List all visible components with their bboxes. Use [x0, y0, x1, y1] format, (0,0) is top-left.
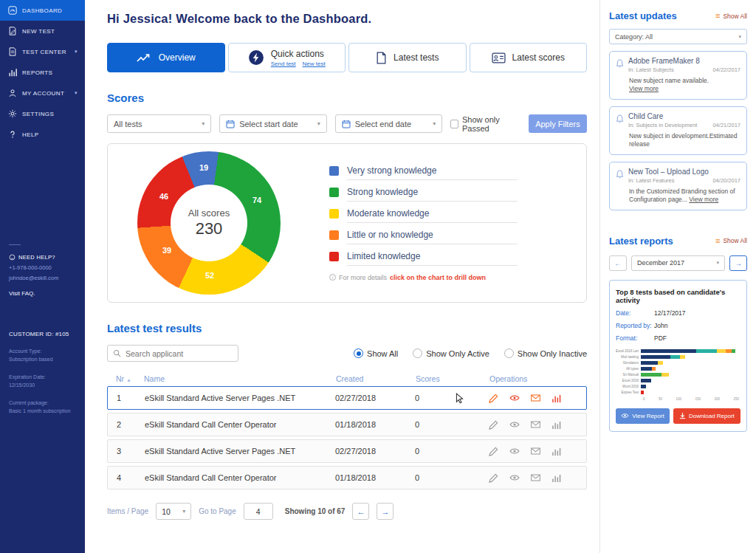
chevron-down-icon: ▾	[433, 120, 436, 127]
mail-icon[interactable]	[531, 421, 540, 428]
table-row[interactable]: 4 eSkill Standard Call Center Operator 0…	[107, 466, 587, 490]
tests-filter-dropdown[interactable]: All tests ▾	[107, 114, 211, 133]
update-card[interactable]: Adobe FrameMaker 8 In: Latest Subjects 0…	[609, 51, 747, 100]
sidebar-item-my-account[interactable]: MY ACCOUNT ▾	[0, 83, 85, 103]
table-row[interactable]: 3 eSkill Standard Active Server Pages .N…	[107, 439, 587, 463]
chart-icon[interactable]	[551, 447, 561, 456]
update-card[interactable]: Child Care In: Subjects in Development 0…	[609, 106, 747, 155]
calendar-icon	[342, 120, 351, 128]
sidebar-item-new-test[interactable]: NEW TEST	[0, 21, 85, 41]
user-icon	[7, 89, 17, 98]
cell-operations	[489, 447, 577, 456]
update-body: New subject in development.Estimated rel…	[629, 132, 737, 148]
prev-month-button[interactable]: ←	[609, 255, 627, 271]
view-report-button[interactable]: View Report	[616, 408, 670, 424]
cell-name: eSkill Standard Active Server Pages .NET	[145, 394, 335, 402]
download-report-button[interactable]: Download Report	[673, 408, 740, 424]
new-test-link[interactable]: New test	[303, 61, 326, 67]
updates-show-all-link[interactable]: ≡ Show All	[715, 12, 747, 20]
account-type: Account Type: Subscription based	[9, 348, 76, 363]
cell-created: 01/18/2018	[335, 473, 415, 482]
headset-icon	[9, 254, 16, 261]
radio-show-only-inactive[interactable]: Show Only Inactive	[504, 348, 587, 358]
end-date-picker[interactable]: Select end date ▾	[335, 114, 443, 133]
support-phone[interactable]: +1-978-000-0000	[9, 264, 76, 271]
send-test-link[interactable]: Send test	[271, 61, 296, 67]
table-row[interactable]: 2 eSkill Standard Call Center Operator 0…	[107, 413, 587, 436]
cell-nr: 2	[117, 420, 145, 429]
view-more-link[interactable]: View more	[629, 85, 659, 92]
cell-created: 02/27/2018	[335, 394, 415, 402]
go-to-page-input[interactable]	[244, 503, 273, 520]
mail-icon[interactable]	[531, 474, 540, 481]
table-row[interactable]: 1 eSkill Standard Active Server Pages .N…	[107, 386, 587, 410]
items-per-page-dropdown[interactable]: 10 ▾	[156, 503, 191, 520]
tab-latest-tests[interactable]: Latest tests	[348, 43, 467, 72]
show-only-passed-checkbox[interactable]	[450, 120, 458, 128]
update-card[interactable]: New Tool – Upload Logo In: Latest Featur…	[609, 162, 747, 210]
view-more-link[interactable]: View more	[689, 196, 718, 203]
update-meta: In: Latest Subjects	[628, 66, 674, 73]
sidebar-item-reports[interactable]: REPORTS	[0, 62, 85, 83]
view-icon[interactable]	[509, 394, 520, 402]
update-date: 04/21/2017	[712, 122, 740, 128]
cell-name: eSkill Standard Call Center Operator	[145, 420, 335, 429]
drill-down-link[interactable]: click on the chart to drill down	[390, 274, 486, 281]
edit-icon[interactable]	[489, 447, 498, 456]
cell-scores: 0	[415, 473, 489, 482]
chart-icon[interactable]	[551, 474, 561, 482]
tab-quick-actions[interactable]: Quick actions Send test New test	[228, 43, 346, 72]
tab-overview[interactable]: Overview	[107, 43, 225, 72]
next-page-button[interactable]: →	[377, 503, 394, 520]
sidebar-item-test-center[interactable]: TEST CENTER ▾	[0, 41, 85, 62]
support-email[interactable]: johndoe@eskill.com	[9, 275, 76, 281]
segment-value: 46	[159, 192, 168, 201]
go-to-page-label: Go to Page	[199, 507, 236, 515]
reports-show-all-link[interactable]: ≡ Show All	[715, 237, 747, 245]
view-icon[interactable]	[509, 421, 520, 428]
mail-icon[interactable]	[531, 394, 540, 402]
column-nr[interactable]: Nr ▲	[116, 374, 144, 383]
chart-note: i For more details click on the chart to…	[329, 274, 518, 281]
sidebar-item-settings[interactable]: SETTINGS	[0, 103, 85, 124]
legend-swatch	[329, 252, 339, 261]
next-month-button[interactable]: →	[729, 255, 747, 271]
mail-icon[interactable]	[531, 447, 540, 455]
chevron-down-icon: ▾	[716, 260, 719, 266]
cell-name: eSkill Standard Active Server Pages .NET	[145, 447, 335, 456]
category-filter-dropdown[interactable]: Category: All ▾	[609, 29, 747, 44]
question-icon	[7, 130, 17, 140]
view-icon[interactable]	[509, 447, 520, 455]
chart-legend: Very strong knowledge Strong knowledge M…	[329, 165, 518, 281]
cell-operations	[489, 420, 577, 430]
tab-latest-scores[interactable]: Latest scores	[470, 43, 588, 72]
sidebar-item-label: SETTINGS	[22, 111, 54, 117]
chevron-down-icon: ▾	[202, 120, 205, 127]
faq-link[interactable]: Visit FAQ.	[9, 290, 76, 297]
report-format-label: Format:	[616, 334, 654, 342]
cell-created: 01/18/2018	[335, 420, 415, 429]
edit-icon[interactable]	[489, 420, 498, 430]
view-icon[interactable]	[509, 474, 520, 481]
radio-show-only-active[interactable]: Show Only Active	[413, 348, 489, 358]
sidebar-item-help[interactable]: HELP	[0, 124, 85, 145]
apply-filters-button[interactable]: Apply Filters	[529, 114, 587, 133]
edit-icon[interactable]	[489, 473, 498, 483]
search-input[interactable]	[126, 349, 233, 358]
prev-page-button[interactable]: ←	[352, 503, 369, 520]
tab-label: Latest scores	[512, 52, 565, 63]
chart-icon[interactable]	[551, 421, 561, 429]
sidebar-item-dashboard[interactable]: DASHBOARD	[0, 0, 85, 21]
page-title: Hi Jessica! Welcome back to the Dashboar…	[107, 12, 587, 26]
chevron-down-icon: ▾	[75, 49, 78, 55]
cell-created: 02/27/2018	[335, 447, 415, 456]
start-date-picker[interactable]: Select start date ▾	[219, 114, 327, 133]
need-help-label: NEED HELP?	[9, 254, 76, 261]
month-dropdown[interactable]: December 2017 ▾	[631, 255, 725, 271]
legend-swatch	[329, 188, 339, 197]
radio-show-all[interactable]: Show All	[354, 348, 398, 358]
dashboard-icon	[7, 6, 17, 16]
edit-icon[interactable]	[489, 394, 498, 403]
chevron-down-icon: ▾	[75, 90, 78, 96]
chart-icon[interactable]	[551, 394, 561, 402]
